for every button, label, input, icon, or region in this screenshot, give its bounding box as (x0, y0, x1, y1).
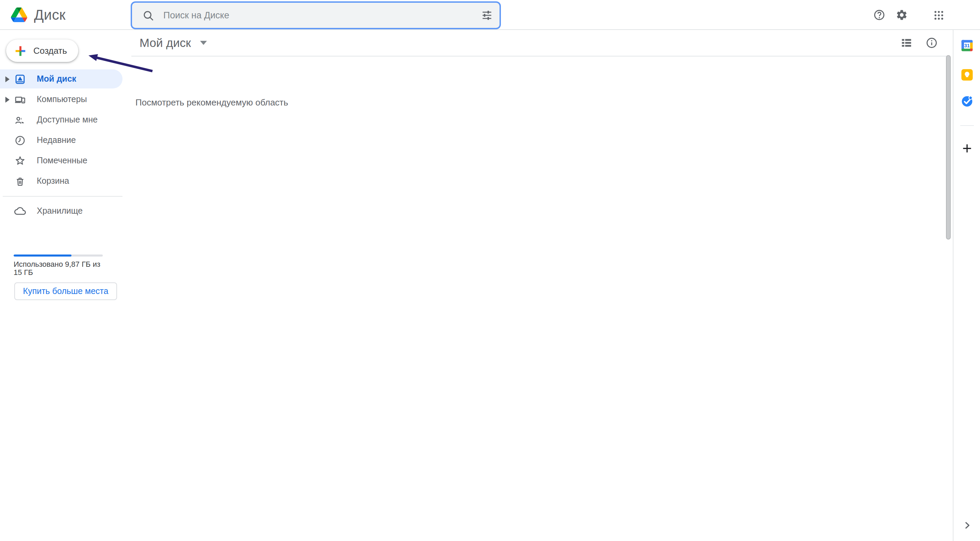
create-button-label: Создать (33, 46, 67, 56)
side-panel: 31 + (953, 30, 980, 541)
search-bar[interactable] (130, 2, 501, 29)
search-input[interactable] (163, 10, 481, 21)
drive-logo-icon (11, 8, 27, 22)
shared-with-me-icon (14, 114, 26, 126)
content-header-divider (131, 56, 947, 56)
storage-section-header[interactable]: Хранилище (0, 204, 129, 218)
add-addon-button[interactable]: + (953, 140, 980, 158)
sidebar-item-shared-with-me[interactable]: Доступные мне (0, 110, 123, 129)
starred-star-icon (14, 155, 26, 166)
google-apps-grid-icon[interactable] (932, 9, 945, 21)
app-title: Диск (34, 7, 66, 23)
sidebar-divider (3, 196, 123, 197)
svg-text:31: 31 (964, 43, 970, 48)
storage-cloud-icon (14, 205, 26, 217)
storage-usage-text: Использовано 9,87 ГБ из 15 ГБ (14, 261, 100, 276)
content-title[interactable]: Мой диск (140, 36, 191, 50)
storage-progress-fill (14, 255, 72, 256)
suggested-area-link[interactable]: Посмотреть рекомендуемую область (135, 97, 288, 108)
list-view-toggle-icon[interactable] (900, 37, 913, 49)
help-icon[interactable] (873, 9, 885, 21)
storage-progress-bar (14, 255, 103, 256)
main-content: Мой диск (129, 30, 953, 541)
collapse-panel-chevron-icon[interactable] (962, 520, 972, 531)
title-dropdown-caret-icon[interactable] (200, 41, 207, 45)
my-drive-icon (14, 73, 26, 85)
sidebar-item-starred[interactable]: Помеченные (0, 151, 123, 170)
google-drive-window: Диск (0, 0, 980, 541)
trash-icon (14, 175, 26, 187)
keep-icon[interactable] (960, 68, 974, 82)
info-icon[interactable] (926, 37, 938, 49)
content-header: Мой диск (129, 30, 953, 56)
expand-caret-icon[interactable] (0, 76, 14, 82)
create-button[interactable]: Создать (6, 40, 78, 62)
top-app-bar: Диск (0, 0, 980, 30)
computers-icon (14, 94, 26, 105)
sidebar-item-recent[interactable]: Недавние (0, 130, 123, 150)
tasks-icon[interactable] (960, 95, 974, 108)
sidebar-nav: Мой диск Компьютеры (0, 69, 129, 192)
settings-gear-icon[interactable] (896, 9, 908, 21)
calendar-icon[interactable]: 31 (960, 39, 974, 53)
expand-caret-icon[interactable] (0, 96, 14, 102)
buy-storage-button[interactable]: Купить больше места (14, 282, 117, 300)
sidebar-item-my-drive[interactable]: Мой диск (0, 69, 123, 89)
storage-label: Хранилище (37, 206, 83, 216)
search-icon (142, 9, 154, 21)
recent-clock-icon (14, 134, 26, 146)
sidebar-item-computers[interactable]: Компьютеры (0, 90, 123, 109)
side-panel-divider (960, 125, 974, 126)
google-plus-icon (14, 45, 27, 57)
sidebar: Создать Мой диск (0, 30, 129, 541)
drive-home-link[interactable]: Диск (11, 0, 66, 30)
search-options-icon[interactable] (481, 10, 493, 21)
vertical-scrollbar-thumb[interactable] (946, 55, 951, 240)
sidebar-item-trash[interactable]: Корзина (0, 172, 123, 191)
